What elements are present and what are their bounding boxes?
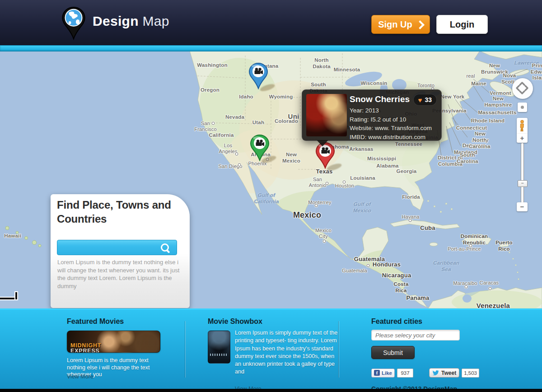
map-city-dot (465, 285, 468, 289)
map-city-dot (235, 153, 238, 156)
place-search-box (57, 240, 177, 255)
brand-light: Map (142, 14, 169, 28)
map-label: Wyoming (269, 94, 293, 100)
tweet-count: 1,503 (462, 369, 479, 378)
map-label: Puerto Rico (495, 240, 513, 252)
submit-button[interactable]: Submit (371, 346, 415, 359)
zoom-out-button[interactable]: − (517, 202, 528, 211)
movie-title: Snow Cherries (350, 94, 410, 104)
map-pin-blue[interactable] (248, 62, 269, 89)
movie-year: Year: 2013 (350, 106, 432, 115)
map-label: Caribbean Sea (433, 260, 459, 272)
map-label: Hawaii (4, 233, 21, 239)
search-card-description: Lorem Lipsum is the dummy text nothing e… (57, 258, 181, 290)
map-label: Colorado (275, 118, 298, 125)
map-city-dot (315, 204, 318, 207)
map-label: Caracas (480, 280, 499, 286)
map-label: Mexico (293, 210, 321, 220)
tweet-button[interactable]: Tweet (429, 368, 459, 378)
header-accent-strip (0, 45, 542, 51)
map-label: New Mexico (282, 152, 300, 164)
zoom-slider-track[interactable] (521, 143, 524, 204)
login-button[interactable]: Login (436, 15, 488, 34)
street-view-pegman-button[interactable] (517, 118, 528, 134)
map-canvas[interactable]: WashingtonMontanaNorth DakotaMinnesotaWi… (0, 51, 542, 308)
featured-movies-section: Featured Movies MIDNIGHT EXPRESS Lorem L… (67, 317, 164, 326)
midnight-express-poster[interactable]: MIDNIGHT EXPRESS (67, 331, 160, 353)
zoom-slider-handle[interactable]: − (518, 180, 528, 187)
facebook-like-button[interactable]: f Like (371, 369, 395, 378)
map-label: Houston (335, 183, 354, 189)
globe-pin-logo-icon (62, 6, 85, 40)
footer: Featured Movies MIDNIGHT EXPRESS Lorem L… (0, 308, 542, 392)
city-select-input[interactable] (371, 330, 460, 341)
search-card: Find Place, Towns and Countries Lorem Li… (51, 194, 190, 308)
map-label: Los Angeles (219, 143, 237, 154)
likes-count: 33 (425, 96, 432, 103)
place-search-input[interactable] (60, 241, 161, 255)
map-label: North Dakota (313, 57, 331, 70)
movie-rating: Rating: I5.2 out of 10 (350, 115, 432, 124)
map-city-dot (409, 219, 412, 222)
map-label: Georgia (397, 168, 417, 175)
scale-bar-tick (15, 292, 17, 299)
featured-movies-title: Featured Movies (67, 317, 164, 326)
map-label: Minnesota (334, 67, 360, 73)
map-label: North Carolina (469, 137, 491, 149)
map-label: Mississippi (367, 156, 396, 162)
map-label: Honduras (373, 261, 401, 268)
movie-photo (306, 94, 347, 136)
map-city-dot (238, 163, 241, 167)
map-label: Utah (252, 120, 264, 126)
likes-badge[interactable]: ♥ 33 (413, 94, 437, 106)
map-label: Nevada (225, 114, 244, 121)
map-city-dot (367, 264, 370, 267)
map-reset-button[interactable] (518, 103, 527, 112)
tweet-label: Tweet (441, 370, 456, 376)
map-city-dot (489, 287, 492, 290)
signup-button[interactable]: Sign Up (371, 15, 430, 34)
map-label: Florida (402, 194, 420, 201)
movie-website: Website: www. Transform.com (350, 124, 432, 133)
map-label: Cuba (420, 224, 435, 231)
map-city-dot (343, 181, 346, 184)
map-city-dot (323, 240, 326, 243)
search-icon[interactable] (161, 243, 169, 252)
twitter-bird-icon (432, 370, 439, 376)
movie-imdb: IMBD: www.distribution.com (350, 133, 432, 142)
map-city-dot (212, 122, 215, 125)
footer-divider (185, 321, 186, 378)
signup-label: Sign Up (378, 19, 412, 30)
map-label: Mexico City (315, 228, 332, 239)
search-card-title: Find Place, Towns and Countries (57, 198, 178, 226)
map-label: Washington (197, 62, 227, 69)
zoom-in-button[interactable]: + (517, 134, 528, 143)
map-label: South Carolina (457, 152, 478, 164)
map-label: Venezuela (477, 302, 510, 308)
movie-showbox-section: Movie Showbox Lorem Ipsum is simply dumm… (208, 317, 339, 326)
map-label: Gulf of Mexico (353, 201, 371, 214)
featured-cities-section: Featured cities Submit f Like 937 Tweet … (371, 317, 466, 326)
map-pin-green[interactable] (249, 134, 270, 161)
arrow-right-icon (416, 20, 425, 29)
featured-cities-title: Featured cities (371, 317, 466, 326)
map-city-dot (469, 244, 472, 247)
map-label: Alabama (376, 163, 398, 169)
map-label: New York (441, 94, 465, 100)
map-label: Connecticut (456, 125, 487, 131)
like-count: 937 (397, 369, 413, 378)
map-label: Tennessee (395, 141, 422, 148)
map-label: California (209, 132, 234, 139)
map-city-dot (326, 182, 329, 185)
featured-movies-view-more-link[interactable]: View More (67, 373, 93, 380)
movie-details: Year: 2013 Rating: I5.2 out of 10 Websit… (350, 106, 432, 141)
map-label: New Hampshire (484, 96, 512, 108)
movie-camera-icon (248, 62, 269, 89)
map-pan-control[interactable] (512, 78, 533, 99)
login-label: Login (450, 19, 474, 30)
movie-tooltip: Snow Cherries ♥ 33 Year: 2013 Rating: I5… (302, 89, 442, 141)
dark-knight-poster[interactable] (208, 331, 230, 364)
pan-arrows-icon (512, 78, 532, 98)
map-label: Maine (471, 81, 486, 87)
movie-showbox-view-more-link[interactable]: View More (235, 386, 262, 392)
